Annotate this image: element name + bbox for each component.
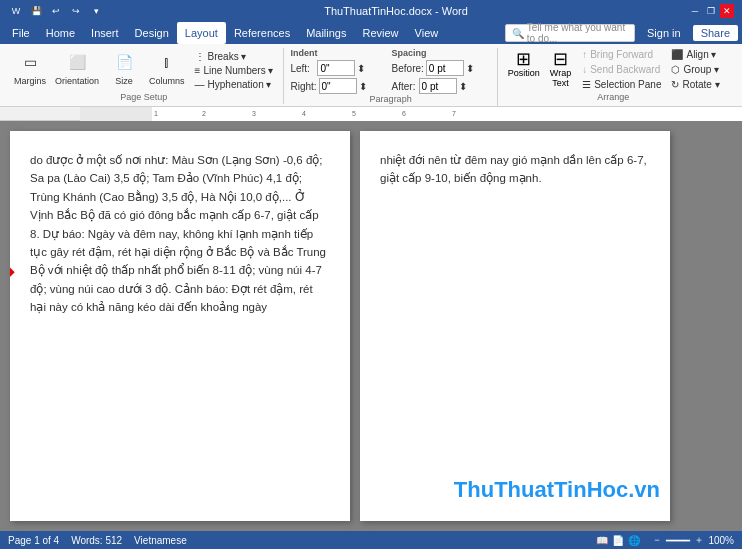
menu-view[interactable]: View xyxy=(407,22,447,44)
status-bar: Page 1 of 4 Words: 512 Vietnamese 📖 📄 🌐 … xyxy=(0,531,742,549)
menu-layout[interactable]: Layout xyxy=(177,22,226,44)
breaks-button[interactable]: ⋮ Breaks ▾ xyxy=(191,50,278,63)
menu-mailings[interactable]: Mailings xyxy=(298,22,354,44)
zoom-slider[interactable]: ━━━━ xyxy=(666,535,690,546)
selection-pane-label: Selection Pane xyxy=(594,79,661,90)
status-bar-left: Page 1 of 4 Words: 512 Vietnamese xyxy=(8,535,187,546)
word-count: Words: 512 xyxy=(71,535,122,546)
orientation-label: Orientation xyxy=(55,76,99,86)
brand-watermark: ThuThuatTinHoc.vn xyxy=(454,473,660,506)
ribbon-group-paragraph: Indent Left: ⬍ Right: ⬍ Spacing xyxy=(284,48,497,106)
columns-icon: ⫿ xyxy=(155,50,179,74)
spacing-after-spinner[interactable]: ⬍ xyxy=(459,81,484,92)
save-icon[interactable]: 💾 xyxy=(28,3,44,19)
indent-right-input[interactable] xyxy=(319,78,357,94)
ruler-mark-3: 3 xyxy=(252,110,256,117)
page-setup-small-buttons: ⋮ Breaks ▾ ≡ Line Numbers ▾ — Hyphenatio… xyxy=(191,48,278,91)
group-button[interactable]: ⬡ Group ▾ xyxy=(668,63,722,76)
indent-right-row: Right: ⬍ xyxy=(290,78,383,94)
rotate-button[interactable]: ↻ Rotate ▾ xyxy=(668,78,722,91)
spacing-after-input[interactable] xyxy=(419,78,457,94)
size-button[interactable]: 📄 Size xyxy=(104,48,144,88)
align-button[interactable]: ⬛ Align ▾ xyxy=(668,48,722,61)
spacing-before-label: Before: xyxy=(392,63,424,74)
menu-file[interactable]: File xyxy=(4,22,38,44)
document-area: ➡ do được ở một số nơi như: Màu Sơn (Lạn… xyxy=(0,121,742,531)
position-button[interactable]: ⊞ Position xyxy=(504,48,544,90)
customize-icon[interactable]: ▾ xyxy=(88,3,104,19)
send-backward-button[interactable]: ↓ Send Backward xyxy=(579,63,664,76)
page-setup-label: Page Setup xyxy=(10,92,277,104)
line-numbers-icon: ≡ xyxy=(195,65,201,76)
size-icon: 📄 xyxy=(112,50,136,74)
view-print-icon[interactable]: 📄 xyxy=(612,535,624,546)
line-numbers-label: Line Numbers ▾ xyxy=(203,65,273,76)
bring-forward-button[interactable]: ↑ Bring Forward xyxy=(579,48,664,61)
redo-icon[interactable]: ↪ xyxy=(68,3,84,19)
title-bar-left: W 💾 ↩ ↪ ▾ xyxy=(8,3,104,19)
ruler-mark-7: 7 xyxy=(452,110,456,117)
wrap-icon: ⊟ xyxy=(553,50,568,68)
spacing-after-row: After: ⬍ xyxy=(392,78,491,94)
rotate-icon: ↻ xyxy=(671,79,679,90)
menu-design[interactable]: Design xyxy=(127,22,177,44)
title-bar: W 💾 ↩ ↪ ▾ ThuThuatTinHoc.docx - Word ─ ❐… xyxy=(0,0,742,22)
minimize-button[interactable]: ─ xyxy=(688,4,702,18)
indent-spacing: Indent Left: ⬍ Right: ⬍ Spacing xyxy=(290,48,490,94)
zoom-in-icon[interactable]: ＋ xyxy=(694,533,704,547)
indent-right-label: Right: xyxy=(290,81,316,92)
undo-icon[interactable]: ↩ xyxy=(48,3,64,19)
ribbon-group-page-setup: ▭ Margins ⬜ Orientation 📄 Size ⫿ Columns xyxy=(4,48,284,104)
view-read-icon[interactable]: 📖 xyxy=(596,535,608,546)
share-button[interactable]: Share xyxy=(693,25,738,41)
indent-label: Indent xyxy=(290,48,383,58)
rotate-label: Rotate ▾ xyxy=(682,79,719,90)
tell-me-search[interactable]: 🔍 Tell me what you want to do... xyxy=(505,24,635,42)
align-group-rotate-col: ⬛ Align ▾ ⬡ Group ▾ ↻ Rotate ▾ xyxy=(668,48,722,91)
margins-button[interactable]: ▭ Margins xyxy=(10,48,50,88)
align-icon: ⬛ xyxy=(671,49,683,60)
indent-left-spinner[interactable]: ⬍ xyxy=(357,63,382,74)
wrap-label: Wrap Text xyxy=(550,68,571,88)
page-info: Page 1 of 4 xyxy=(8,535,59,546)
indent-left-row: Left: ⬍ xyxy=(290,60,383,76)
title-bar-title: ThuThuatTinHoc.docx - Word xyxy=(104,5,688,17)
spacing-before-spinner[interactable]: ⬍ xyxy=(466,63,491,74)
hyphenation-label: Hyphenation ▾ xyxy=(208,79,272,90)
zoom-out-icon[interactable]: － xyxy=(652,533,662,547)
sign-in-button[interactable]: Sign in xyxy=(639,25,689,41)
menu-bar: File Home Insert Design Layout Reference… xyxy=(0,22,742,44)
status-bar-right: 📖 📄 🌐 － ━━━━ ＋ 100% xyxy=(596,533,734,547)
menu-references[interactable]: References xyxy=(226,22,298,44)
size-label: Size xyxy=(115,76,133,86)
indent-col: Indent Left: ⬍ Right: ⬍ xyxy=(290,48,383,94)
send-backward-label: Send Backward xyxy=(590,64,660,75)
columns-button[interactable]: ⫿ Columns xyxy=(145,48,189,88)
menu-review[interactable]: Review xyxy=(355,22,407,44)
wrap-text-button[interactable]: ⊟ Wrap Text xyxy=(546,48,575,90)
group-icon: ⬡ xyxy=(671,64,680,75)
indent-left-input[interactable] xyxy=(317,60,355,76)
ruler-mark-1: 1 xyxy=(154,110,158,117)
page-left: ➡ do được ở một số nơi như: Màu Sơn (Lạn… xyxy=(10,131,350,521)
hyphenation-button[interactable]: — Hyphenation ▾ xyxy=(191,78,278,91)
menu-home[interactable]: Home xyxy=(38,22,83,44)
title-bar-controls: ─ ❐ ✕ xyxy=(688,4,734,18)
selection-pane-icon: ☰ xyxy=(582,79,591,90)
page-right-text: nhiệt đới nên từ đêm nay gió mạnh dần lê… xyxy=(380,151,650,188)
spacing-after-label: After: xyxy=(392,81,417,92)
indent-right-spinner[interactable]: ⬍ xyxy=(359,81,384,92)
close-button[interactable]: ✕ xyxy=(720,4,734,18)
arrange-content: ⊞ Position ⊟ Wrap Text ↑ Bring Forward ↓… xyxy=(504,48,723,92)
orientation-icon: ⬜ xyxy=(65,50,89,74)
restore-button[interactable]: ❐ xyxy=(704,4,718,18)
spacing-before-input[interactable] xyxy=(426,60,464,76)
selection-pane-button[interactable]: ☰ Selection Pane xyxy=(579,78,664,91)
paragraph-label: Paragraph xyxy=(290,94,490,106)
view-web-icon[interactable]: 🌐 xyxy=(628,535,640,546)
search-icon: 🔍 xyxy=(512,28,524,39)
menu-insert[interactable]: Insert xyxy=(83,22,127,44)
orientation-button[interactable]: ⬜ Orientation xyxy=(51,48,103,88)
spacing-col: Spacing Before: ⬍ After: ⬍ xyxy=(392,48,491,94)
line-numbers-button[interactable]: ≡ Line Numbers ▾ xyxy=(191,64,278,77)
